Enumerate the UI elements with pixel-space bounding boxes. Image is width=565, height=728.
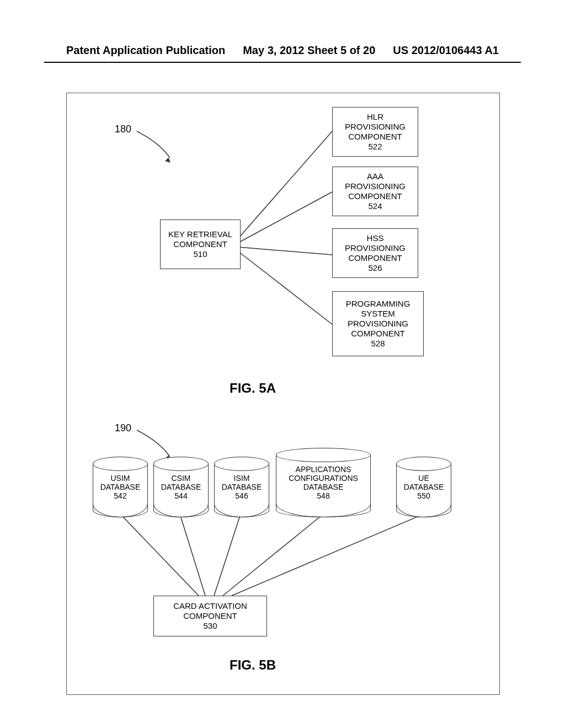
ue-database: UE DATABASE 550 — [396, 457, 451, 517]
aaa-provisioning-component: AAA PROVISIONING COMPONENT 524 — [332, 167, 418, 216]
usim-database: USIM DATABASE 542 — [93, 457, 148, 517]
hlr-provisioning-component: HLR PROVISIONING COMPONENT 522 — [332, 107, 418, 157]
figB-ref: 190 — [115, 422, 131, 434]
figB-label: FIG. 5B — [230, 657, 276, 673]
hdr-right: US 2012/0106443 A1 — [393, 44, 499, 57]
header-rule — [44, 62, 521, 63]
key-retrieval-component: KEY RETRIEVAL COMPONENT 510 — [160, 220, 241, 269]
csim-database: CSIM DATABASE 544 — [153, 457, 209, 517]
hdr-center: May 3, 2012 Sheet 5 of 20 — [243, 44, 375, 57]
figure-frame — [66, 93, 500, 695]
page-header: Patent Application Publication May 3, 20… — [0, 44, 565, 57]
figA-ref: 180 — [115, 124, 131, 135]
programming-system-provisioning-component: PROGRAMMING SYSTEM PROVISIONING COMPONEN… — [332, 291, 424, 356]
hss-provisioning-component: HSS PROVISIONING COMPONENT 526 — [332, 228, 418, 278]
figA-label: FIG. 5A — [230, 381, 276, 396]
applications-configurations-database: APPLICATIONS CONFIGURATIONS DATABASE 548 — [276, 448, 371, 517]
hdr-left: Patent Application Publication — [66, 44, 225, 57]
isim-database: ISIM DATABASE 546 — [214, 457, 269, 517]
card-activation-component: CARD ACTIVATION COMPONENT 530 — [153, 596, 267, 636]
